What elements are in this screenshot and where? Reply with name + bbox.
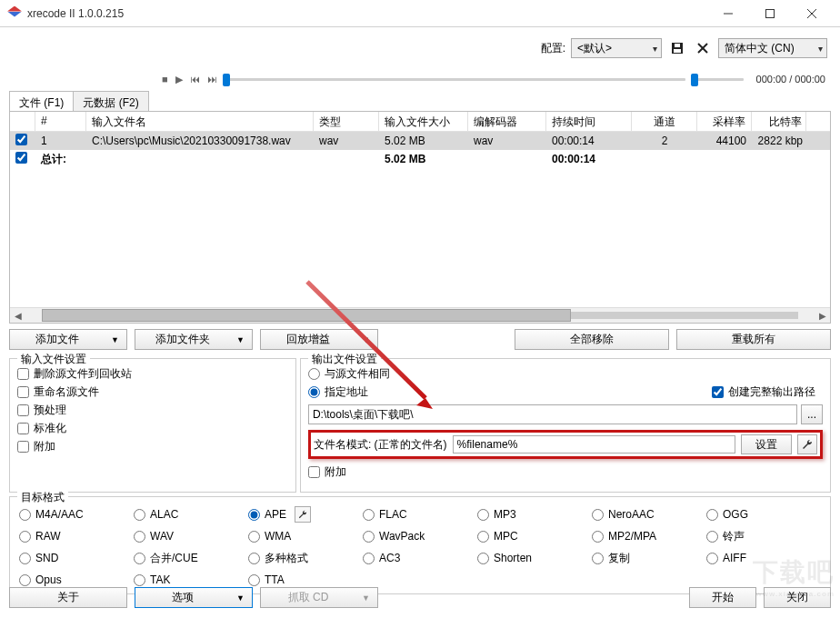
format-mp2-radio[interactable]	[592, 531, 604, 543]
format-wav-radio[interactable]	[134, 531, 145, 543]
format-ac3-radio[interactable]	[363, 553, 375, 564]
format-shorten-radio[interactable]	[477, 553, 489, 564]
totals-row: 总计: 5.02 MB 00:00:14	[10, 150, 830, 168]
next-icon[interactable]: ⏭	[207, 74, 217, 85]
format-mpc-radio[interactable]	[477, 531, 489, 543]
pattern-set-button[interactable]: 设置	[741, 434, 792, 454]
format-snd-radio[interactable]	[19, 553, 31, 564]
maximize-button[interactable]	[749, 0, 791, 27]
format-ogg-radio[interactable]	[706, 509, 718, 521]
table-row[interactable]: 1 C:\Users\pc\Music\20210330091738.wav w…	[10, 132, 830, 150]
col-size[interactable]: 输入文件大小	[379, 112, 468, 131]
row-checkbox[interactable]	[15, 134, 27, 145]
window-title: xrecode II 1.0.0.215	[27, 7, 124, 20]
target-format-group: 目标格式 M4A/AAC ALAC APE FLAC MP3 NeroAAC O…	[9, 496, 831, 594]
output-path-input[interactable]	[308, 404, 797, 424]
output-settings-group: 输出文件设置 与源文件相同 指定地址 创建完整输出路径 ... 文件名模式: (…	[300, 358, 831, 493]
player-bar: ■ ▶ ⏮ ⏭ 000:00 / 000:00	[7, 67, 833, 91]
add-file-button[interactable]: 添加文件	[9, 329, 127, 350]
rename-source-checkbox[interactable]	[17, 386, 29, 398]
volume-slider[interactable]	[691, 75, 744, 84]
save-config-icon[interactable]	[667, 38, 687, 58]
stop-icon[interactable]: ■	[162, 74, 168, 85]
format-flac-radio[interactable]	[363, 509, 375, 521]
col-bitrate[interactable]: 比特率	[752, 112, 806, 131]
format-wma-radio[interactable]	[248, 531, 260, 543]
filename-pattern-input[interactable]	[453, 435, 735, 454]
format-ringtone-radio[interactable]	[706, 531, 718, 543]
create-full-path-checkbox[interactable]	[712, 386, 724, 398]
format-mp3-radio[interactable]	[477, 509, 489, 521]
format-ape-settings-icon[interactable]	[295, 506, 311, 523]
seek-slider[interactable]	[223, 75, 685, 84]
filename-pattern-label: 文件名模式: (正常的文件名)	[314, 437, 447, 453]
svg-rect-5	[674, 49, 681, 53]
col-duration[interactable]: 持续时间	[546, 112, 632, 131]
config-toolbar: 配置: <默认> 简体中文 (CN)	[7, 33, 833, 64]
replay-gain-button[interactable]: 回放增益	[260, 329, 378, 350]
time-display: 000:00 / 000:00	[756, 74, 825, 85]
col-filename[interactable]: 输入文件名	[86, 112, 314, 131]
prev-icon[interactable]: ⏮	[190, 74, 200, 85]
language-select[interactable]: 简体中文 (CN)	[718, 38, 827, 58]
format-copy-radio[interactable]	[592, 553, 604, 564]
options-button[interactable]: 选项	[135, 587, 253, 608]
normalize-checkbox[interactable]	[17, 423, 29, 434]
col-channels[interactable]: 通道	[632, 112, 697, 131]
bottom-toolbar: 关于 选项 抓取 CD 开始 关闭	[9, 587, 831, 611]
svg-rect-6	[675, 44, 680, 47]
format-neroaac-radio[interactable]	[592, 509, 604, 521]
remove-all-button[interactable]: 全部移除	[515, 329, 669, 350]
format-raw-radio[interactable]	[19, 531, 31, 543]
format-ape-radio[interactable]	[248, 509, 260, 521]
format-wavpack-radio[interactable]	[363, 531, 375, 543]
preprocess-checkbox[interactable]	[17, 404, 29, 416]
titlebar: xrecode II 1.0.0.215	[0, 0, 840, 27]
format-tta-radio[interactable]	[248, 574, 260, 586]
config-label: 配置:	[541, 41, 565, 56]
col-codec[interactable]: 编解码器	[468, 112, 546, 131]
input-settings-group: 输入文件设置 删除源文件到回收站 重命名源文件 预处理 标准化 附加	[9, 358, 296, 493]
svg-rect-1	[766, 9, 775, 17]
filename-pattern-highlight: 文件名模式: (正常的文件名) 设置	[308, 430, 823, 459]
grab-cd-button[interactable]: 抓取 CD	[260, 587, 378, 608]
append-output-checkbox[interactable]	[308, 466, 320, 478]
reload-all-button[interactable]: 重载所有	[676, 329, 831, 350]
format-multi-radio[interactable]	[248, 553, 260, 564]
format-m4a-radio[interactable]	[19, 509, 31, 521]
append-input-checkbox[interactable]	[17, 441, 29, 453]
totals-checkbox[interactable]	[15, 152, 27, 164]
same-as-source-radio[interactable]	[308, 368, 320, 380]
format-tak-radio[interactable]	[134, 574, 145, 586]
about-button[interactable]: 关于	[9, 587, 127, 608]
format-aiff-radio[interactable]	[706, 553, 718, 564]
delete-config-icon[interactable]	[693, 38, 713, 58]
col-type[interactable]: 类型	[314, 112, 379, 131]
app-logo-icon	[7, 6, 22, 21]
pattern-wrench-icon[interactable]	[797, 434, 817, 454]
close-app-button[interactable]: 关闭	[764, 587, 831, 608]
minimize-button[interactable]	[707, 0, 749, 27]
format-alac-radio[interactable]	[134, 509, 145, 521]
table-header: # 输入文件名 类型 输入文件大小 编解码器 持续时间 通道 采样率 比特率	[10, 112, 830, 132]
browse-path-button[interactable]: ...	[801, 404, 823, 424]
col-samplerate[interactable]: 采样率	[697, 112, 752, 131]
horizontal-scrollbar[interactable]: ◀▶	[10, 307, 830, 323]
start-button[interactable]: 开始	[689, 587, 756, 608]
close-button[interactable]	[791, 0, 833, 27]
specify-path-radio[interactable]	[308, 386, 320, 398]
config-select[interactable]: <默认>	[571, 38, 662, 58]
file-table: # 输入文件名 类型 输入文件大小 编解码器 持续时间 通道 采样率 比特率 1…	[9, 111, 831, 324]
delete-to-recycle-checkbox[interactable]	[17, 368, 29, 380]
action-buttons: 添加文件 添加文件夹 回放增益 全部移除 重载所有	[9, 329, 831, 351]
play-icon[interactable]: ▶	[175, 74, 183, 85]
format-cue-radio[interactable]	[134, 553, 145, 564]
col-number[interactable]: #	[35, 112, 86, 131]
add-folder-button[interactable]: 添加文件夹	[135, 329, 253, 350]
format-opus-radio[interactable]	[19, 574, 31, 586]
